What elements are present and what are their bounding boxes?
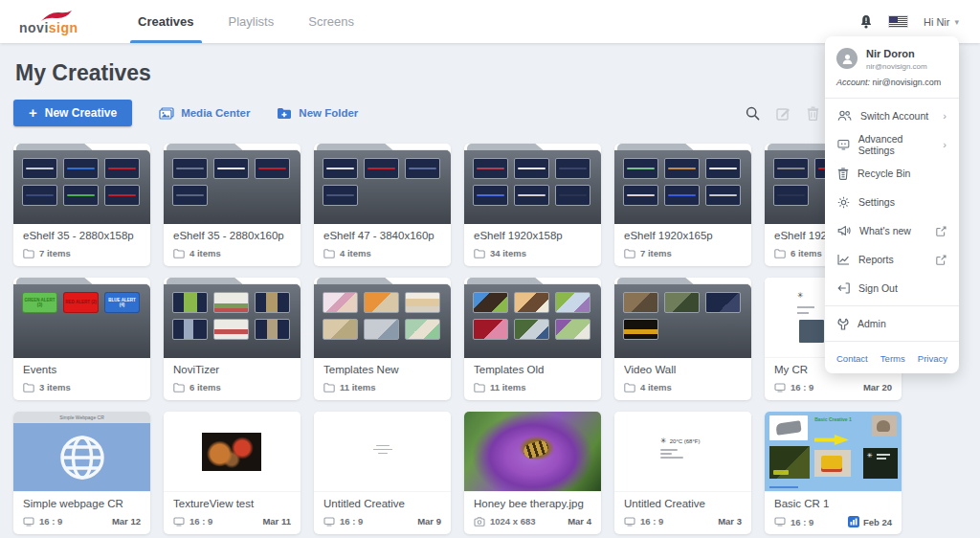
folder-thumbnail xyxy=(323,185,358,206)
notification-bell-icon[interactable] xyxy=(859,14,873,30)
folder-thumbnail xyxy=(664,292,700,313)
creative-name: Untitled Creative xyxy=(323,498,441,509)
folder-thumbnail xyxy=(555,319,590,340)
folder-thumbnail xyxy=(473,292,508,313)
menu-item-admin[interactable]: Admin xyxy=(825,309,959,338)
folder-icon xyxy=(624,383,635,392)
menu-item-whats-new[interactable]: What's new xyxy=(825,216,959,245)
folder-name: eShelf 35 - 2880x160p xyxy=(173,230,291,241)
folder-card-video-wall[interactable]: Video Wall 4 items xyxy=(614,278,751,400)
image-size: 1024 x 683 xyxy=(490,516,536,527)
folder-card-templates-old[interactable]: Templates Old 11 items xyxy=(464,278,601,400)
folder-card-novitizer[interactable]: NoviTizer 6 items xyxy=(164,278,301,400)
creative-date: Mar 12 xyxy=(112,516,141,527)
folder-thumbnail xyxy=(255,319,290,340)
creative-card-untitled-2[interactable]: ✳20°C (68°F) Untitled Creative 16 : 9 Ma… xyxy=(614,412,751,534)
us-flag-icon[interactable] xyxy=(888,15,908,28)
folder-name: Events xyxy=(23,364,141,375)
folder-thumbnail xyxy=(705,292,741,313)
tab-creatives[interactable]: Creatives xyxy=(121,0,212,43)
new-creative-button[interactable]: + New Creative xyxy=(13,100,132,126)
folder-thumbnail xyxy=(705,158,741,179)
switch-account-icon xyxy=(837,110,852,122)
new-folder-icon xyxy=(277,107,292,120)
main-tabs: Creatives Playlists Screens xyxy=(121,0,371,43)
tab-screens[interactable]: Screens xyxy=(291,0,371,43)
folder-name: eShelf 47 - 3840x160p xyxy=(323,230,441,241)
user-menu-trigger[interactable]: Hi Nir ▾ xyxy=(924,16,959,28)
folder-card-eshelf-35-2880x158p[interactable]: eShelf 35 - 2880x158p 7 items xyxy=(13,144,150,266)
megaphone-icon xyxy=(837,225,851,236)
creative-card-basic-cr-1[interactable]: Basic Creative 1 ✳ xyxy=(765,412,902,534)
folder-icon xyxy=(474,383,485,392)
folder-thumbnail xyxy=(473,185,508,206)
menu-item-switch-account[interactable]: Switch Account › xyxy=(825,101,959,130)
items-count: 11 items xyxy=(340,382,376,392)
folder-thumbnail xyxy=(555,158,590,179)
sun-icon: ✳ xyxy=(660,437,667,445)
folder-card-templates-new[interactable]: Templates New 11 items xyxy=(314,278,451,400)
creative-date: Mar 4 xyxy=(568,516,591,527)
creative-thumbnail xyxy=(314,412,451,492)
folder-card-eshelf-1920x165p[interactable]: eShelf 1920x165p 7 items xyxy=(614,144,751,266)
search-icon[interactable] xyxy=(746,106,760,121)
folder-card-eshelf-1920x158p[interactable]: eShelf 1920x158p 34 items xyxy=(464,144,601,266)
folder-thumbnail xyxy=(213,319,249,340)
folder-card-events[interactable]: GREEN ALERT (3) RED ALERT (2) BLUE ALERT… xyxy=(13,278,150,400)
creative-date: Feb 24 xyxy=(863,517,892,527)
screen-ratio-icon xyxy=(774,383,786,392)
contact-link[interactable]: Contact xyxy=(836,353,868,364)
creative-card-textureview-test[interactable]: TextureView test 16 : 9 Mar 11 xyxy=(164,412,301,534)
webpage-title-bar: Simple Webpage CR xyxy=(13,412,150,423)
dropdown-footer-links: Contact Terms Privacy xyxy=(825,345,959,370)
external-link-icon xyxy=(936,226,947,236)
folder-thumbnail xyxy=(405,292,440,313)
folder-card-eshelf-47-3840x160p[interactable]: eShelf 47 - 3840x160p 4 items xyxy=(314,144,451,266)
terms-link[interactable]: Terms xyxy=(880,353,905,364)
new-folder-button[interactable]: New Folder xyxy=(277,107,358,120)
folder-thumbnail xyxy=(773,158,809,179)
edit-icon[interactable] xyxy=(776,106,791,121)
items-count: 34 items xyxy=(490,248,526,258)
folder-thumbnail xyxy=(705,185,741,206)
creative-card-untitled-1[interactable]: Untitled Creative 16 : 9 Mar 9 xyxy=(314,412,451,534)
folder-thumbnail xyxy=(63,185,99,206)
aspect-ratio: 16 : 9 xyxy=(791,517,813,527)
media-center-button[interactable]: Media Center xyxy=(159,107,250,120)
menu-item-recycle-bin[interactable]: Recycle Bin xyxy=(825,159,959,188)
folder-thumbnail xyxy=(555,292,590,313)
creative-card-simple-webpage[interactable]: Simple Webpage CR Simple webpage CR 16 :… xyxy=(13,412,150,534)
user-name: Nir Doron xyxy=(866,48,927,60)
novisign-logo[interactable]: novisign xyxy=(19,11,94,33)
folder-thumbnail xyxy=(473,319,508,340)
delete-icon[interactable] xyxy=(807,106,819,121)
creative-date: Mar 3 xyxy=(718,516,742,527)
folder-thumbnail xyxy=(213,158,249,179)
creative-card-honey-bee[interactable]: Honey bee therapy.jpg 1024 x 683 Mar 4 xyxy=(464,412,601,534)
sign-out-icon xyxy=(837,282,850,294)
folder-name: eShelf 1920x165p xyxy=(624,230,742,241)
recycle-bin-icon xyxy=(837,168,849,180)
folder-thumbnail xyxy=(555,185,590,206)
menu-item-reports[interactable]: Reports xyxy=(825,245,959,274)
folder-thumbnail xyxy=(172,185,208,206)
red-alert-thumbnail: RED ALERT (2) xyxy=(63,292,99,313)
folder-card-eshelf-35-2880x160p[interactable]: eShelf 35 - 2880x160p 4 items xyxy=(164,144,301,266)
folder-icon xyxy=(173,249,185,258)
items-count: 7 items xyxy=(39,248,71,258)
folder-icon xyxy=(474,249,485,258)
blue-alert-thumbnail: BLUE ALERT (4) xyxy=(104,292,140,313)
menu-item-sign-out[interactable]: Sign Out xyxy=(825,274,959,303)
folder-thumbnail xyxy=(22,185,57,206)
tab-playlists[interactable]: Playlists xyxy=(212,0,292,43)
items-count: 6 items xyxy=(189,382,221,392)
folder-icon xyxy=(23,383,34,392)
folder-thumbnail xyxy=(623,158,658,179)
folder-thumbnail xyxy=(172,158,208,179)
folder-thumbnail xyxy=(773,185,809,206)
menu-item-advanced-settings[interactable]: Advanced Settings › xyxy=(825,130,959,159)
creative-thumbnail: Basic Creative 1 ✳ xyxy=(765,412,902,492)
items-count: 6 items xyxy=(791,248,822,258)
privacy-link[interactable]: Privacy xyxy=(918,353,947,364)
menu-item-settings[interactable]: Settings xyxy=(825,188,959,216)
